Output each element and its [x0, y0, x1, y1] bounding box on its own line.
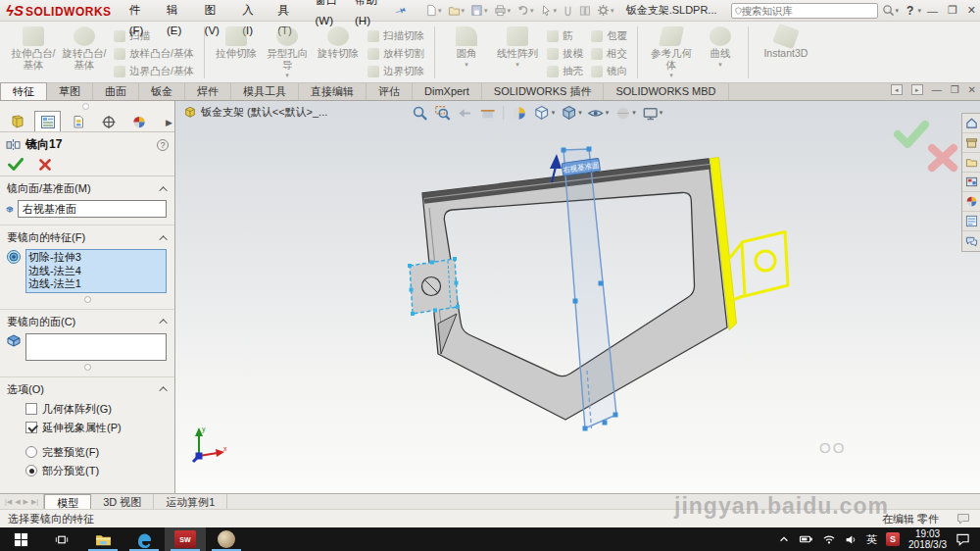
extruded-boss-button[interactable]: 拉伸凸台/基体	[8, 24, 59, 81]
revolved-boss-button[interactable]: 旋转凸台/基体	[59, 24, 110, 81]
mirror-face-header[interactable]: 镜向面/基准面(M)	[0, 176, 174, 199]
list-item[interactable]: 边线-法兰4	[28, 265, 164, 278]
full-preview-option[interactable]: 完整预览(F)	[0, 443, 174, 462]
apply-scene-button[interactable]: ▾	[612, 103, 638, 123]
view-settings-button[interactable]: ▾	[640, 103, 665, 123]
attachment-icon[interactable]	[561, 3, 575, 18]
selected-tab-feature[interactable]	[408, 257, 460, 316]
geometry-pattern-checkbox[interactable]	[25, 403, 37, 415]
edge-taskbar-button[interactable]	[123, 527, 165, 551]
reference-geometry-button[interactable]: 参考几何体▾	[644, 24, 699, 81]
faces-to-mirror-list[interactable]	[25, 333, 167, 361]
intersect-button[interactable]: 相交	[587, 45, 631, 63]
open-document-button[interactable]: ▾	[446, 3, 467, 18]
features-to-mirror-header[interactable]: 要镜向的特征(F)	[0, 225, 174, 248]
help-caret-icon[interactable]: ▾	[917, 7, 921, 15]
tab-direct-editing[interactable]: 直接编辑	[299, 83, 367, 100]
linear-pattern-button[interactable]: 线性阵列▾	[492, 24, 543, 81]
lofted-boss-button[interactable]: 放样凸台/基体	[110, 45, 198, 63]
tab-features[interactable]: 特征	[0, 82, 47, 100]
volume-icon[interactable]	[845, 533, 858, 546]
tab-sketch[interactable]: 草图	[47, 83, 93, 100]
propagate-visual-checkbox[interactable]	[25, 422, 37, 433]
display-manager-tab[interactable]	[95, 111, 122, 131]
cancel-x-button[interactable]	[39, 159, 51, 171]
panel-flyout-icon[interactable]: ▶	[166, 118, 172, 127]
search-icon[interactable]	[882, 4, 895, 17]
options-header[interactable]: 选项(O)	[0, 377, 174, 400]
appearance-manager-tab[interactable]	[125, 111, 152, 131]
action-center-icon[interactable]	[956, 532, 970, 546]
list-resize-grip[interactable]	[84, 364, 91, 371]
appearances-scenes-tab[interactable]	[962, 192, 980, 212]
task-view-button[interactable]	[41, 527, 82, 551]
new-document-button[interactable]: ▾	[422, 3, 444, 18]
undo-button[interactable]: ▾	[514, 3, 536, 18]
tray-chevron-icon[interactable]	[778, 533, 790, 545]
graphics-viewport[interactable]: 钣金支架 (默认<<默认>_... ▾ ▾ ▾ ▾ ▾	[175, 101, 980, 493]
solidworks-taskbar-button[interactable]: SW	[165, 527, 206, 551]
wifi-icon[interactable]	[822, 533, 836, 545]
help-icon[interactable]: ?	[157, 139, 169, 151]
print-button[interactable]: ▾	[492, 3, 514, 18]
propagate-visual-option[interactable]: 延伸视象属性(P)	[0, 419, 174, 437]
hide-show-items-button[interactable]: ▾	[586, 103, 612, 123]
pin-menu-icon[interactable]: 📌︎	[393, 2, 410, 20]
doc-close-button[interactable]: ✕	[968, 84, 976, 95]
zoom-area-button[interactable]	[433, 103, 454, 123]
tab-scroll-buttons[interactable]: |◀ ◀ ▶ ▶|	[0, 494, 44, 509]
boundary-cut-button[interactable]: 边界切除	[364, 63, 428, 80]
first-tab-icon[interactable]: |◀	[4, 498, 13, 506]
doc-minimize-button[interactable]: —	[932, 84, 942, 95]
tab-motion-study[interactable]: 运动算例1	[154, 494, 227, 509]
file-explorer-taskbar-button[interactable]	[82, 527, 123, 551]
tab-mold-tools[interactable]: 模具工具	[231, 83, 299, 100]
edit-appearance-button[interactable]	[510, 103, 530, 123]
draft-button[interactable]: 拔模	[543, 45, 587, 63]
search-caret-icon[interactable]: ▾	[896, 7, 900, 15]
custom-properties-tab[interactable]	[962, 212, 980, 231]
partial-preview-radio[interactable]	[25, 465, 37, 476]
boundary-boss-button[interactable]: 边界凸台/基体	[110, 63, 198, 80]
shell-button[interactable]: 抽壳	[543, 63, 587, 80]
knowledge-search-box[interactable]	[731, 3, 878, 19]
close-button[interactable]: ✕	[967, 4, 976, 17]
property-manager-tab[interactable]	[34, 111, 61, 131]
tab-model[interactable]: 模型	[44, 494, 91, 509]
restore-button[interactable]: ❐	[948, 4, 957, 17]
fillet-button[interactable]: 圆角▾	[441, 24, 492, 81]
next-document-icon[interactable]: ▸	[911, 84, 923, 95]
display-style-button[interactable]: ▾	[559, 103, 584, 123]
swept-cut-button[interactable]: 扫描切除	[364, 27, 428, 45]
start-button[interactable]	[0, 527, 41, 551]
mirror-plane-input[interactable]	[18, 200, 167, 218]
instant3d-button[interactable]: Instant3D	[755, 24, 817, 81]
last-tab-icon[interactable]: ▶|	[30, 498, 39, 506]
next-tab-icon[interactable]: ▶	[23, 498, 29, 506]
save-button[interactable]: ▾	[468, 3, 490, 18]
ok-check-button[interactable]	[8, 158, 24, 171]
tab-dimxpert[interactable]: DimXpert	[413, 83, 482, 100]
rib-button[interactable]: 筋	[543, 27, 587, 45]
other-app-taskbar-button[interactable]	[206, 527, 247, 551]
tab-surfaces[interactable]: 曲面	[93, 83, 139, 100]
minimize-button[interactable]: —	[927, 5, 938, 17]
menu-edit[interactable]: 编辑(E)	[159, 0, 197, 41]
select-button[interactable]: ▾	[538, 3, 560, 18]
view-palette-tab[interactable]	[962, 173, 980, 192]
custom-properties-icon[interactable]	[956, 513, 970, 525]
model-scene[interactable]: 右视基准面 OO x y	[175, 101, 980, 493]
lofted-cut-button[interactable]: 放样切割	[364, 45, 428, 63]
mirror-button[interactable]: 镜向	[587, 63, 631, 80]
resources-tab[interactable]	[962, 114, 980, 133]
previous-view-button[interactable]	[456, 103, 476, 123]
faces-to-mirror-header[interactable]: 要镜向的面(C)	[0, 310, 174, 332]
menu-help[interactable]: 帮助(H)	[347, 0, 385, 31]
full-preview-radio[interactable]	[25, 446, 37, 458]
search-input[interactable]	[742, 5, 874, 17]
prev-document-icon[interactable]: ◂	[891, 84, 903, 95]
revolved-cut-button[interactable]: 旋转切除	[313, 24, 364, 81]
prev-tab-icon[interactable]: ◀	[14, 498, 21, 506]
options-gear-button[interactable]: ▾	[595, 3, 616, 18]
curves-button[interactable]: 曲线▾	[699, 24, 742, 81]
